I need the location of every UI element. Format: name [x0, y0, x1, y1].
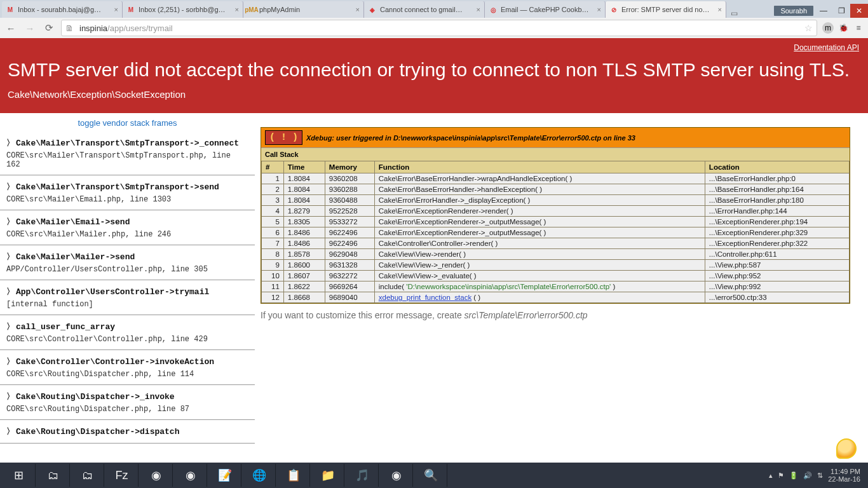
documentation-api-link[interactable]: Documentation API: [794, 43, 859, 52]
browser-tab[interactable]: pMAphpMyAdmin×: [243, 1, 364, 18]
taskbar-app-button[interactable]: 📁: [311, 464, 344, 487]
stack-frame[interactable]: 〉call_user_func_arrayCORE\src\Controller…: [0, 315, 255, 350]
callstack-row: 81.85789629048Cake\View\View->render( ).…: [262, 249, 850, 260]
browser-tab[interactable]: ◎Email — CakePHP Cookb…×: [485, 1, 606, 18]
tray-flag-icon[interactable]: ⚑: [778, 471, 784, 480]
assistant-bubble-icon[interactable]: [836, 438, 857, 459]
stack-frame[interactable]: 〉App\Controller\UsersController->trymail…: [0, 280, 255, 315]
tab-close-icon[interactable]: ×: [356, 6, 360, 13]
tab-title: Inbox (2,251) - sorbhb@g…: [139, 6, 233, 13]
stack-frame[interactable]: 〉Cake\Mailer\Transport\SmtpTransport->se…: [0, 175, 255, 210]
forward-button[interactable]: →: [23, 23, 37, 34]
callstack-row: 31.80849360488Cake\Error\ErrorHandler->_…: [262, 195, 850, 206]
callstack-row: 41.82799522528Cake\Error\ExceptionRender…: [262, 206, 850, 217]
col-function: Function: [374, 161, 705, 173]
tab-favicon: ◎: [489, 5, 498, 14]
col-time: Time: [283, 161, 325, 173]
tab-close-icon[interactable]: ×: [235, 6, 239, 13]
col-location: Location: [705, 161, 849, 173]
callstack-table: # Time Memory Function Location 11.80849…: [261, 161, 850, 303]
callstack-row: 101.86079632272Cake\View\View->_evaluate…: [262, 271, 850, 281]
tray-battery-icon[interactable]: 🔋: [789, 471, 798, 480]
stack-frame[interactable]: 〉Cake\Routing\Dispatcher->dispatch: [0, 420, 255, 444]
taskbar-app-button[interactable]: ⊞: [3, 464, 36, 487]
tray-expand-icon[interactable]: ▴: [769, 471, 773, 480]
taskbar-app-button[interactable]: 🎵: [346, 464, 379, 487]
xdebug-function-link[interactable]: xdebug_print_function_stack: [379, 294, 471, 301]
tray-network-icon[interactable]: ⇅: [817, 471, 823, 480]
taskbar-app-button[interactable]: 🌐: [243, 464, 276, 487]
tab-favicon: pMA: [247, 5, 256, 14]
windows-taskbar: ⊞🗂🗂Fz◉◉📝🌐📋📁🎵◉🔍 ▴ ⚑ 🔋 🔊 ⇅ 11:49 PM 22-Mar…: [0, 463, 868, 488]
xdebug-message: Xdebug: user triggered in D:\newworkspac…: [306, 134, 635, 142]
tab-title: phpMyAdmin: [259, 6, 353, 13]
stack-frame[interactable]: 〉Cake\Mailer\Mailer->sendAPP/Controller/…: [0, 245, 255, 280]
browser-tab[interactable]: ⊘Error: SMTP server did no…×: [606, 1, 726, 18]
stack-frame[interactable]: 〉Cake\Controller\Controller->invokeActio…: [0, 350, 255, 385]
url-path: /app/users/trymail: [107, 24, 173, 33]
tab-close-icon[interactable]: ×: [597, 6, 601, 13]
tab-title: Email — CakePHP Cookb…: [501, 6, 595, 13]
col-num: #: [262, 161, 284, 173]
url-host: inspinia: [79, 24, 107, 33]
xdebug-panel: ( ! ) Xdebug: user triggered in D:\newwo…: [261, 127, 850, 304]
taskbar-app-button[interactable]: 📝: [208, 464, 241, 487]
tab-favicon: M: [126, 5, 135, 14]
callstack-row: 21.80849360288Cake\Error\BaseErrorHandle…: [262, 184, 850, 195]
taskbar-app-button[interactable]: Fz: [105, 464, 139, 487]
window-minimize-button[interactable]: —: [815, 4, 832, 18]
browser-tab[interactable]: ◈Cannot connect to gmail…×: [364, 1, 485, 18]
toggle-vendor-frames-link[interactable]: toggle vendor stack frames: [0, 113, 255, 132]
taskbar-app-button[interactable]: 📋: [277, 464, 310, 487]
browser-tab-strip: MInbox - sourabh.bajaj@g…×MInbox (2,251)…: [0, 0, 868, 18]
exception-class: Cake\Network\Exception\SocketException: [8, 89, 860, 100]
tray-volume-icon[interactable]: 🔊: [803, 471, 812, 480]
taskbar-app-button[interactable]: ◉: [174, 464, 207, 487]
taskbar-app-button[interactable]: 🗂: [71, 464, 104, 487]
browser-tab[interactable]: MInbox - sourabh.bajaj@g…×: [2, 1, 123, 18]
reload-button[interactable]: ⟳: [42, 22, 56, 34]
error-banner: Documentation API SMTP server did not ac…: [0, 38, 868, 113]
taskbar-app-button[interactable]: ◉: [140, 464, 173, 487]
tab-favicon: ⊘: [609, 5, 618, 14]
tab-title: Error: SMTP server did no…: [621, 6, 715, 13]
col-memory: Memory: [325, 161, 374, 173]
extension-icon[interactable]: 🐞: [837, 22, 849, 34]
callstack-row: 71.84869622496Cake\Controller\Controller…: [262, 238, 850, 249]
callstack-row: 91.86009631328Cake\View\View->_render( )…: [262, 260, 850, 271]
callstack-heading: Call Stack: [261, 147, 850, 161]
callstack-row: 121.86689689040xdebug_print_function_sta…: [262, 292, 850, 303]
tab-close-icon[interactable]: ×: [477, 6, 480, 13]
tab-favicon: ◈: [368, 5, 377, 14]
tab-close-icon[interactable]: ×: [114, 6, 118, 13]
window-close-button[interactable]: ✕: [850, 4, 868, 18]
back-button[interactable]: ←: [4, 23, 18, 34]
window-maximize-button[interactable]: ❐: [832, 4, 850, 18]
taskbar-app-button[interactable]: 🔍: [414, 464, 447, 487]
stack-frame[interactable]: 〉Cake\Mailer\Transport\SmtpTransport->_c…: [0, 132, 255, 175]
tab-favicon: M: [6, 5, 15, 14]
tab-close-icon[interactable]: ×: [718, 6, 722, 13]
taskbar-app-button[interactable]: ◉: [380, 464, 413, 487]
taskbar-app-button[interactable]: 🗂: [37, 464, 70, 487]
page-icon: 🗎: [65, 24, 76, 33]
taskbar-clock[interactable]: 11:49 PM 22-Mar-16: [828, 468, 860, 483]
error-title: SMTP server did not accept the connectio…: [8, 58, 860, 81]
tab-title: Cannot connect to gmail…: [380, 6, 474, 13]
browser-tab[interactable]: MInbox (2,251) - sorbhb@g…×: [123, 1, 243, 18]
xdebug-warning-icon: ( ! ): [265, 130, 302, 145]
new-tab-button[interactable]: ▭: [726, 9, 742, 18]
stack-frame[interactable]: 〉Cake\Routing\Dispatcher->_invokeCORE\sr…: [0, 385, 255, 420]
callstack-row: 61.84869622496Cake\Error\ExceptionRender…: [262, 227, 850, 238]
callstack-row: 51.83059533272Cake\Error\ExceptionRender…: [262, 217, 850, 227]
stack-frame[interactable]: 〉Cake\Mailer\Email->sendCORE\src\Mailer\…: [0, 210, 255, 245]
bookmark-star-icon[interactable]: ☆: [804, 23, 813, 33]
callstack-row: 11.80849360208Cake\Error\BaseErrorHandle…: [262, 173, 850, 184]
chrome-menu-button[interactable]: ≡: [853, 22, 864, 34]
address-bar[interactable]: 🗎 inspinia/app/users/trymail ☆: [61, 20, 817, 36]
callstack-row: 111.86229669264include( 'D:\newworkspace…: [262, 281, 850, 292]
customize-note: If you want to customize this error mess…: [261, 310, 850, 320]
extension-icon[interactable]: m: [822, 22, 834, 34]
tab-title: Inbox - sourabh.bajaj@g…: [18, 6, 112, 13]
profile-button[interactable]: Sourabh: [774, 6, 813, 16]
